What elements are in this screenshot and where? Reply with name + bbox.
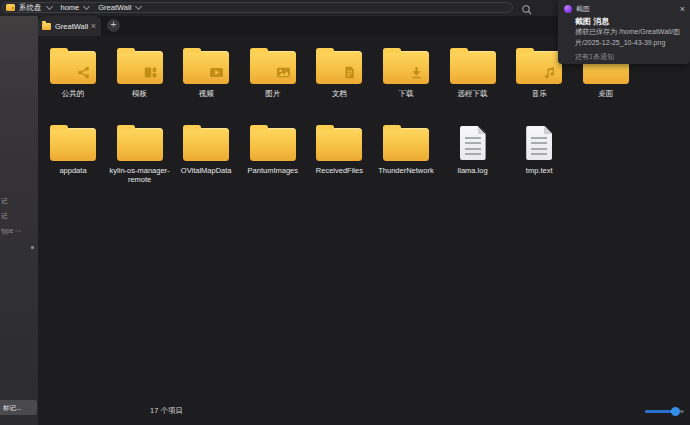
notification-popup: 截图 × 截图 消息 捕获已保存为 /home/GreatWall/图片/202… <box>558 0 690 64</box>
breadcrumb-item[interactable]: GreatWall <box>98 2 131 13</box>
notification-app-name: 截图 <box>576 4 680 14</box>
download-icon <box>409 65 424 80</box>
chevron-down-icon[interactable] <box>45 3 52 10</box>
file-item-file[interactable]: llama.log <box>440 123 506 175</box>
tab-greatwall[interactable]: GreatWall × <box>38 16 101 36</box>
search-icon <box>521 4 533 16</box>
file-label: 模板 <box>107 89 173 98</box>
breadcrumb: 系统盘homeGreatWall <box>19 2 150 13</box>
video-icon <box>209 65 224 80</box>
lock-icon <box>31 246 34 249</box>
background-window-text: type ⋯ <box>1 227 37 235</box>
zoom-slider-handle[interactable] <box>671 407 680 416</box>
file-label: 视频 <box>173 89 239 98</box>
background-window-item[interactable]: 标记... <box>0 400 37 415</box>
chevron-down-icon[interactable] <box>135 3 142 10</box>
folder-icon <box>383 128 429 161</box>
notification-close-icon[interactable]: × <box>680 4 685 14</box>
background-window-edge: 记记type ⋯ 标记... <box>0 16 38 425</box>
text-file-icon <box>526 126 552 160</box>
folder-icon <box>383 51 429 84</box>
file-item-file[interactable]: tmp.text <box>506 123 572 175</box>
text-file-icon <box>460 126 486 160</box>
template-icon <box>143 65 158 80</box>
background-window-text: 记 <box>1 197 37 206</box>
item-count: 17 个项目 <box>150 406 183 416</box>
file-label: 下载 <box>373 89 439 98</box>
file-item-folder[interactable]: ThunderNetwork <box>373 123 439 175</box>
file-item-folder[interactable]: 公共的 <box>40 46 106 98</box>
folder-icon <box>450 51 496 84</box>
file-label: ReceivedFiles <box>306 166 372 175</box>
file-label: PantumImages <box>240 166 306 175</box>
new-tab-button[interactable]: + <box>107 19 120 32</box>
file-label: 图片 <box>240 89 306 98</box>
file-item-folder[interactable]: 图片 <box>240 46 306 98</box>
folder-icon <box>50 51 96 84</box>
file-label: 音乐 <box>506 89 572 98</box>
file-item-folder[interactable]: 下载 <box>373 46 439 98</box>
tab-label: GreatWall <box>55 22 90 31</box>
breadcrumb-item[interactable]: home <box>61 2 80 13</box>
file-label: kylin-os-manager-remote <box>107 166 173 184</box>
folder-icon <box>183 128 229 161</box>
address-bar[interactable]: 系统盘homeGreatWall <box>2 2 513 13</box>
notification-body: 捕获已保存为 /home/GreatWall/图片/2025-12-25_10-… <box>575 27 685 48</box>
file-item-folder[interactable]: ReceivedFiles <box>306 123 372 175</box>
breadcrumb-item[interactable]: 系统盘 <box>19 2 42 13</box>
file-label: tmp.text <box>506 166 572 175</box>
file-item-folder[interactable]: 视频 <box>173 46 239 98</box>
drive-icon <box>6 4 15 11</box>
folder-icon <box>50 128 96 161</box>
file-label: ThunderNetwork <box>373 166 439 175</box>
file-label: 桌面 <box>573 89 639 98</box>
notification-more[interactable]: 还有1条通知 <box>575 52 614 62</box>
file-label: 文档 <box>306 89 372 98</box>
file-item-folder[interactable]: appdata <box>40 123 106 175</box>
file-item-folder[interactable]: 文档 <box>306 46 372 98</box>
file-item-folder[interactable]: kylin-os-manager-remote <box>107 123 173 184</box>
chevron-down-icon[interactable] <box>83 3 90 10</box>
file-label: appdata <box>40 166 106 175</box>
search-button[interactable] <box>521 2 533 14</box>
file-label: llama.log <box>440 166 506 175</box>
file-item-folder[interactable]: OVitalMapData <box>173 123 239 175</box>
folder-icon <box>183 51 229 84</box>
tab-close-icon[interactable]: × <box>90 16 97 36</box>
share-icon <box>76 65 91 80</box>
document-icon <box>342 65 357 80</box>
folder-icon <box>516 51 562 84</box>
folder-icon <box>250 51 296 84</box>
file-label: OVitalMapData <box>173 166 239 175</box>
file-label: 远程下载 <box>440 89 506 98</box>
folder-icon <box>316 128 362 161</box>
picture-icon <box>276 65 291 80</box>
folder-icon <box>117 51 163 84</box>
file-item-folder[interactable]: 模板 <box>107 46 173 98</box>
file-label: 公共的 <box>40 89 106 98</box>
folder-icon <box>42 23 51 30</box>
file-item-folder[interactable]: 远程下载 <box>440 46 506 98</box>
folder-icon <box>316 51 362 84</box>
folder-icon <box>250 128 296 161</box>
notification-title: 截图 消息 <box>575 16 609 27</box>
file-item-folder[interactable]: PantumImages <box>240 123 306 175</box>
music-icon <box>542 65 557 80</box>
screenshot-app-icon <box>564 5 572 13</box>
folder-icon <box>117 128 163 161</box>
background-window-text: 记 <box>1 212 37 221</box>
